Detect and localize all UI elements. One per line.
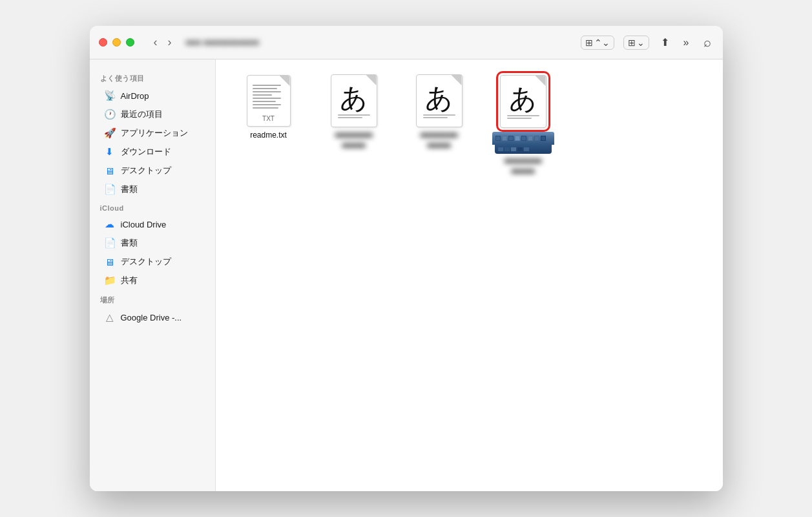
file-icon-selected-wrapper: あ <box>500 75 547 128</box>
sidebar-item-label: デスクトップ <box>121 256 171 268</box>
font-lines <box>423 114 455 120</box>
icloud-drive-icon: ☁ <box>104 218 116 230</box>
sidebar-item-label: 最近の項目 <box>121 109 163 120</box>
desktop-icon: 🖥 <box>104 165 116 176</box>
sidebar-item-google-drive[interactable]: △ Google Drive -... <box>94 308 211 326</box>
sidebar-item-airdrop[interactable]: 📡 AirDrop <box>94 87 211 105</box>
minimize-button[interactable] <box>112 38 121 47</box>
sidebar-item-label: Google Drive -... <box>121 313 182 322</box>
file-icon-wrapper: あ <box>413 75 465 127</box>
back-button[interactable]: ‹ <box>150 34 161 50</box>
printer-base-bottom <box>495 145 552 154</box>
sidebar-item-applications[interactable]: 🚀 アプリケーション <box>94 124 211 142</box>
file-icon-wrapper: TXT <box>243 75 295 127</box>
font-line-2 <box>338 117 362 118</box>
file-name: readme.txt <box>250 131 287 141</box>
sidebar-item-icloud-desktop[interactable]: 🖥 デスクトップ <box>94 253 211 271</box>
icloud-desktop-icon: 🖥 <box>104 257 116 268</box>
txt-file-icon: TXT <box>247 75 291 127</box>
font-lines <box>338 114 370 120</box>
font-line-1 <box>338 114 370 116</box>
font-line-1 <box>423 114 455 116</box>
font-file-icon-selected: あ <box>500 75 547 128</box>
airdrop-icon: 📡 <box>104 90 116 101</box>
font-line-2 <box>507 118 532 119</box>
font-file-icon: あ <box>416 74 463 127</box>
sidebar-item-documents[interactable]: 📄 書類 <box>94 180 211 198</box>
grid-icon: ⊞ <box>585 37 593 48</box>
places-label: 場所 <box>90 290 215 308</box>
icloud-shared-icon: 📁 <box>104 275 116 286</box>
sidebar-item-label: 書類 <box>121 184 138 195</box>
file-item-font3-selected[interactable]: あ <box>492 75 554 176</box>
font-file-icon: あ <box>331 74 377 127</box>
txt-file-label: TXT <box>262 115 275 122</box>
sidebar-item-label: AirDrop <box>121 91 149 101</box>
close-button[interactable] <box>99 38 107 47</box>
sidebar-item-label: アプリケーション <box>121 127 188 139</box>
titlebar: ‹ › ■■■ ■■■■■■■■■■■ ⊞ ⌃⌄ ⊞ ⌄ ⬆ » ⌕ <box>90 26 723 59</box>
txt-line-2 <box>253 88 277 89</box>
txt-line-5 <box>253 98 281 99</box>
font-lines <box>507 115 539 120</box>
search-icon[interactable]: ⌕ <box>701 32 714 52</box>
toolbar-right: ⊞ ⌃⌄ ⊞ ⌄ ⬆ » ⌕ <box>581 32 714 52</box>
sidebar-item-label: 共有 <box>121 275 138 286</box>
files-grid: TXT readme.txt あ <box>236 75 702 176</box>
font-char: あ <box>340 85 368 112</box>
sidebar-item-icloud-drive[interactable]: ☁ iCloud Drive <box>94 215 211 233</box>
sidebar-item-label: デスクトップ <box>121 165 171 176</box>
txt-line-1 <box>253 85 281 86</box>
traffic-lights <box>99 38 134 47</box>
share-icon[interactable]: ⬆ <box>658 34 672 51</box>
txt-line-6 <box>253 101 276 102</box>
main-content: よく使う項目 📡 AirDrop 🕐 最近の項目 🚀 アプリケーション ⬇ ダウ… <box>90 59 723 491</box>
file-item-font1[interactable]: あ ■■■■■■■■■■■■■ <box>322 75 386 151</box>
txt-line-3 <box>253 91 281 92</box>
more-icon[interactable]: » <box>681 34 692 51</box>
file-item-readme[interactable]: TXT readme.txt <box>236 75 301 141</box>
font-line-1 <box>507 115 539 116</box>
txt-line-8 <box>253 107 278 109</box>
sidebar-item-label: iCloud Drive <box>121 220 167 229</box>
documents-icon: 📄 <box>104 184 116 195</box>
sidebar-item-downloads[interactable]: ⬇ ダウンロード <box>94 143 211 161</box>
font-char: あ <box>509 85 537 112</box>
finder-window: ‹ › ■■■ ■■■■■■■■■■■ ⊞ ⌃⌄ ⊞ ⌄ ⬆ » ⌕ よく使う項… <box>90 26 723 491</box>
icloud-label: iCloud <box>90 199 215 215</box>
view-toggle-2[interactable]: ⊞ ⌄ <box>623 36 649 50</box>
printer-base-top <box>492 132 554 145</box>
breadcrumb: ■■■ ■■■■■■■■■■■ <box>186 37 576 47</box>
view-toggle[interactable]: ⊞ ⌃⌄ <box>581 36 614 50</box>
file-name: ■■■■■■■■■■■■■ <box>421 131 458 151</box>
google-drive-icon: △ <box>104 311 116 323</box>
sidebar-item-label: 書類 <box>121 237 138 249</box>
txt-line-4 <box>253 94 272 96</box>
favorites-label: よく使う項目 <box>90 69 215 86</box>
chevron-down-icon: ⌄ <box>637 37 645 48</box>
file-icon-wrapper: あ <box>328 75 380 127</box>
recents-icon: 🕐 <box>104 109 116 120</box>
file-name: ■■■■■■■■■■■■■ <box>335 131 373 151</box>
icloud-docs-icon: 📄 <box>104 237 116 249</box>
file-name: ■■■■■■■■■■■■■ <box>505 156 542 176</box>
sidebar-item-desktop[interactable]: 🖥 デスクトップ <box>94 162 211 180</box>
forward-button[interactable]: › <box>164 34 176 50</box>
txt-line-7 <box>253 104 281 105</box>
sidebar-item-icloud-shared[interactable]: 📁 共有 <box>94 271 211 290</box>
sidebar-item-icloud-docs[interactable]: 📄 書類 <box>94 234 211 252</box>
font-char: あ <box>425 85 453 112</box>
chevron-icon: ⌃⌄ <box>594 37 610 48</box>
sidebar: よく使う項目 📡 AirDrop 🕐 最近の項目 🚀 アプリケーション ⬇ ダウ… <box>90 59 216 491</box>
breadcrumb-text: ■■■ ■■■■■■■■■■■ <box>186 37 260 47</box>
file-item-font2[interactable]: あ ■■■■■■■■■■■■■ <box>407 75 472 151</box>
grid-icon-2: ⊞ <box>628 37 636 48</box>
sidebar-item-recents[interactable]: 🕐 最近の項目 <box>94 105 211 123</box>
nav-buttons: ‹ › <box>150 34 176 50</box>
font-line-2 <box>423 117 448 118</box>
sidebar-item-label: ダウンロード <box>121 146 171 158</box>
downloads-icon: ⬇ <box>104 146 116 158</box>
txt-file-lines <box>253 85 281 111</box>
applications-icon: 🚀 <box>104 127 116 139</box>
maximize-button[interactable] <box>126 38 134 47</box>
